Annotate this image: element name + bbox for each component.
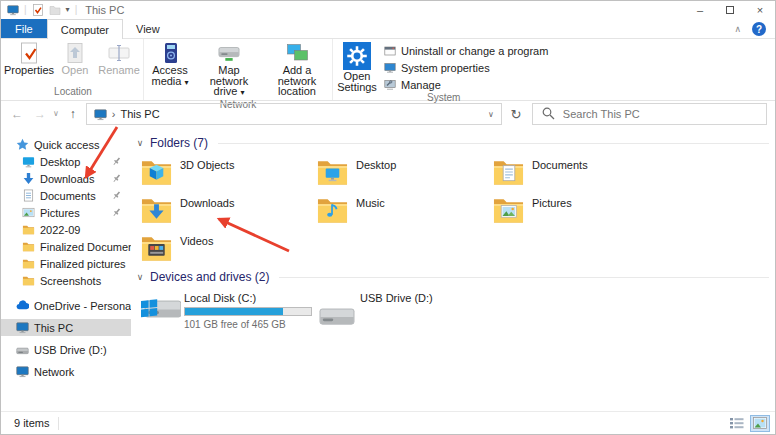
- pictures-folder-icon: [493, 194, 524, 224]
- collapse-chevron-icon[interactable]: ∨: [135, 138, 145, 148]
- sidebar-item-downloads[interactable]: Downloads: [1, 170, 131, 187]
- folders-section-title[interactable]: Folders (7): [150, 136, 208, 150]
- drive-tile-local-disk-c[interactable]: Local Disk (C:) 101 GB free of 465 GB: [141, 289, 317, 335]
- address-dropdown-icon[interactable]: ∨: [488, 110, 494, 119]
- sidebar-item-desktop[interactable]: Desktop: [1, 153, 131, 170]
- folder-tile-3d-objects[interactable]: 3D Objects: [141, 155, 317, 193]
- folder-tile-pictures[interactable]: Pictures: [493, 193, 669, 231]
- network-icon: [16, 365, 29, 378]
- up-button[interactable]: ↑: [70, 108, 76, 120]
- access-media-button[interactable]: Access media ▾: [144, 40, 196, 88]
- recent-locations-caret-icon[interactable]: ∨: [53, 110, 59, 118]
- back-button[interactable]: ←: [11, 108, 23, 120]
- uninstall-program-button[interactable]: Uninstall or change a program: [384, 44, 548, 58]
- folder-tile-label: Downloads: [180, 197, 234, 209]
- minimize-ribbon-icon[interactable]: ∧: [734, 25, 741, 34]
- ribbon: Properties Open Rename Location Access m…: [1, 39, 775, 101]
- explorer-window: | ▾ | This PC – × File Computer View ∧ ?…: [0, 0, 776, 435]
- sidebar-item-finalized-documents[interactable]: Finalized Documents: [1, 238, 131, 255]
- pin-icon: [111, 173, 122, 184]
- open-settings-button[interactable]: Open Settings: [333, 40, 381, 92]
- access-media-icon: [159, 42, 181, 64]
- pin-icon: [111, 156, 122, 167]
- folder-tile-documents[interactable]: Documents: [493, 155, 669, 193]
- this-pc-system-icon: [7, 4, 19, 16]
- search-input[interactable]: [532, 103, 767, 125]
- drive-info: USB Drive (D:): [360, 289, 433, 335]
- map-network-drive-icon: [218, 42, 240, 64]
- address-breadcrumb-box[interactable]: › This PC ∨: [86, 103, 502, 125]
- qat-new-folder-icon[interactable]: [49, 4, 61, 16]
- help-button[interactable]: ?: [752, 22, 766, 36]
- item-count: 9 items: [14, 417, 49, 429]
- sidebar-item-this-pc[interactable]: This PC: [1, 319, 131, 336]
- folder-tile-music[interactable]: Music: [317, 193, 493, 231]
- system-properties-icon: [384, 62, 396, 74]
- sidebar-item-network[interactable]: Network: [1, 363, 131, 380]
- drive-tile-usb-d[interactable]: USB Drive (D:): [317, 289, 493, 335]
- open-button[interactable]: Open: [55, 40, 95, 76]
- close-button[interactable]: ×: [745, 1, 775, 19]
- add-network-location-icon: [286, 42, 308, 64]
- folder-tile-desktop[interactable]: Desktop: [317, 155, 493, 193]
- view-buttons: [727, 415, 770, 432]
- breadcrumb-location[interactable]: This PC: [121, 108, 160, 120]
- devices-section-title[interactable]: Devices and drives (2): [150, 270, 269, 284]
- rename-icon: [108, 42, 130, 64]
- sidebar-item-label: This PC: [34, 322, 73, 334]
- settings-gear-icon: [343, 42, 371, 70]
- folder-tile-downloads[interactable]: Downloads: [141, 193, 317, 231]
- large-icons-view-button[interactable]: [750, 415, 770, 432]
- ribbon-group-system: Open Settings Uninstall or change a prog…: [332, 39, 554, 100]
- sidebar-item-quick-access[interactable]: Quick access: [1, 136, 131, 153]
- sidebar-item-pictures[interactable]: Pictures: [1, 204, 131, 221]
- music-folder-icon: [317, 194, 348, 224]
- tab-view[interactable]: View: [123, 19, 173, 38]
- map-network-drive-button[interactable]: Map network drive ▾: [196, 40, 262, 99]
- tab-file[interactable]: File: [1, 19, 47, 38]
- sidebar-item-onedrive[interactable]: OneDrive - Personal: [1, 297, 131, 314]
- sidebar-item-usb-drive[interactable]: USB Drive (D:): [1, 341, 131, 358]
- folder-tile-videos[interactable]: Videos: [141, 231, 317, 269]
- system-properties-button[interactable]: System properties: [384, 61, 548, 75]
- drive-info: Local Disk (C:) 101 GB free of 465 GB: [184, 289, 312, 335]
- properties-button[interactable]: Properties: [3, 40, 55, 76]
- collapse-chevron-icon[interactable]: ∨: [135, 272, 145, 282]
- minimize-button[interactable]: –: [685, 1, 715, 19]
- sidebar-item-documents[interactable]: Documents: [1, 187, 131, 204]
- sidebar-item-finalized-pictures[interactable]: Finalized pictures: [1, 255, 131, 272]
- folder-tile-label: Documents: [532, 159, 588, 171]
- breadcrumb-separator-icon: ›: [112, 108, 116, 120]
- sidebar-item-screenshots[interactable]: Screenshots: [1, 272, 131, 289]
- qat-separator: |: [24, 5, 27, 15]
- this-pc-icon: [16, 321, 29, 334]
- status-bar: 9 items: [1, 411, 775, 434]
- rename-button[interactable]: Rename: [95, 40, 143, 76]
- qat-customize-caret-icon[interactable]: ▾: [66, 6, 70, 14]
- folder-tile-label: Music: [356, 197, 385, 209]
- sidebar-item-label: Downloads: [40, 173, 94, 185]
- folder-tile-label: Pictures: [532, 197, 572, 209]
- ribbon-group-network: Access media ▾ Map network drive ▾ Add a…: [143, 39, 332, 100]
- open-settings-label: Open Settings: [336, 71, 378, 92]
- forward-button[interactable]: →: [34, 108, 46, 120]
- properties-icon: [18, 42, 40, 64]
- maximize-button[interactable]: [715, 1, 745, 19]
- qat-properties-icon[interactable]: [32, 4, 44, 16]
- tab-computer[interactable]: Computer: [47, 19, 123, 39]
- sidebar-item-label: Documents: [40, 190, 96, 202]
- drive-name: Local Disk (C:): [184, 292, 312, 304]
- star-icon: [16, 138, 29, 151]
- refresh-button[interactable]: ↻: [502, 107, 530, 122]
- folders-section-header[interactable]: ∨ Folders (7): [131, 135, 769, 151]
- folder-tile-label: Videos: [180, 235, 213, 247]
- sidebar-item-2022-09[interactable]: 2022-09: [1, 221, 131, 238]
- manage-button[interactable]: Manage: [384, 78, 548, 92]
- details-view-button[interactable]: [727, 415, 747, 432]
- sidebar-item-label: Quick access: [34, 139, 99, 151]
- dropdown-caret-icon: ▾: [240, 88, 244, 97]
- devices-section-header[interactable]: ∨ Devices and drives (2): [131, 269, 769, 285]
- add-network-location-button[interactable]: Add a network location: [262, 40, 332, 97]
- folder-icon: [22, 274, 35, 287]
- window-controls: – ×: [685, 1, 775, 19]
